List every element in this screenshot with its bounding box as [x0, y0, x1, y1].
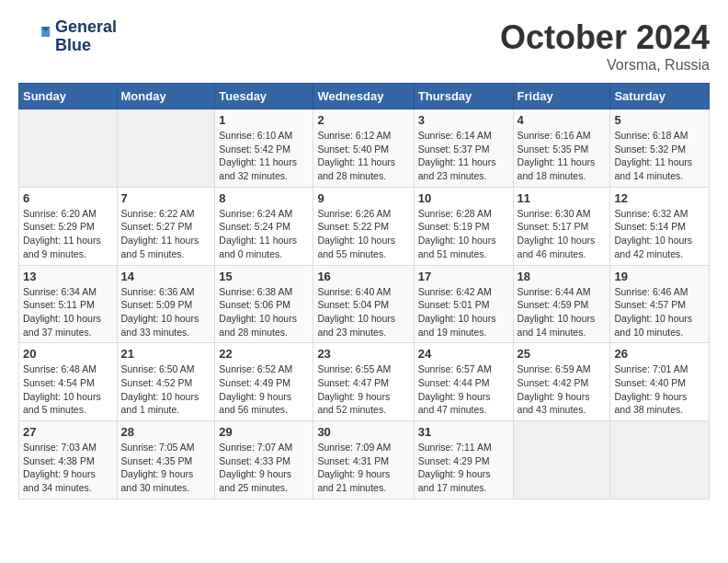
calendar-cell: 27Sunrise: 7:03 AM Sunset: 4:38 PM Dayli…	[19, 421, 118, 500]
calendar-week-row: 20Sunrise: 6:48 AM Sunset: 4:54 PM Dayli…	[19, 343, 710, 421]
day-info: Sunrise: 6:52 AM Sunset: 4:49 PM Dayligh…	[219, 362, 309, 417]
calendar-cell: 6Sunrise: 6:20 AM Sunset: 5:29 PM Daylig…	[19, 187, 118, 265]
day-info: Sunrise: 7:07 AM Sunset: 4:33 PM Dayligh…	[219, 441, 309, 495]
weekday-header: Thursday	[414, 84, 513, 109]
calendar-cell: 26Sunrise: 7:01 AM Sunset: 4:40 PM Dayli…	[610, 343, 710, 421]
calendar-cell	[19, 109, 118, 188]
day-info: Sunrise: 6:34 AM Sunset: 5:11 PM Dayligh…	[23, 285, 113, 339]
day-number: 2	[317, 113, 409, 127]
day-number: 31	[418, 425, 509, 439]
day-number: 22	[219, 347, 309, 361]
day-number: 1	[219, 113, 309, 127]
calendar-cell: 30Sunrise: 7:09 AM Sunset: 4:31 PM Dayli…	[313, 421, 414, 500]
calendar-cell: 19Sunrise: 6:46 AM Sunset: 4:57 PM Dayli…	[610, 265, 710, 343]
calendar-cell: 9Sunrise: 6:26 AM Sunset: 5:22 PM Daylig…	[313, 187, 414, 265]
day-info: Sunrise: 6:26 AM Sunset: 5:22 PM Dayligh…	[317, 207, 409, 261]
logo-line2: Blue	[55, 37, 117, 55]
calendar-cell: 5Sunrise: 6:18 AM Sunset: 5:32 PM Daylig…	[610, 109, 710, 188]
day-number: 11	[518, 191, 607, 205]
day-info: Sunrise: 7:05 AM Sunset: 4:35 PM Dayligh…	[121, 441, 211, 495]
day-number: 5	[614, 113, 705, 127]
calendar-cell: 2Sunrise: 6:12 AM Sunset: 5:40 PM Daylig…	[313, 109, 414, 188]
day-info: Sunrise: 6:44 AM Sunset: 4:59 PM Dayligh…	[518, 285, 607, 339]
calendar-cell: 1Sunrise: 6:10 AM Sunset: 5:42 PM Daylig…	[215, 109, 313, 188]
day-number: 30	[317, 425, 409, 439]
day-info: Sunrise: 7:09 AM Sunset: 4:31 PM Dayligh…	[317, 441, 409, 495]
day-number: 18	[518, 270, 607, 283]
day-info: Sunrise: 7:03 AM Sunset: 4:38 PM Dayligh…	[23, 441, 113, 495]
weekday-header: Saturday	[610, 84, 710, 109]
day-number: 10	[418, 191, 509, 205]
day-number: 6	[23, 191, 113, 205]
day-info: Sunrise: 6:57 AM Sunset: 4:44 PM Dayligh…	[418, 362, 509, 417]
calendar-table: SundayMondayTuesdayWednesdayThursdayFrid…	[18, 83, 710, 500]
logo-icon	[18, 20, 51, 53]
day-info: Sunrise: 6:50 AM Sunset: 4:52 PM Dayligh…	[121, 362, 211, 417]
calendar-cell: 13Sunrise: 6:34 AM Sunset: 5:11 PM Dayli…	[19, 265, 118, 343]
day-info: Sunrise: 6:42 AM Sunset: 5:01 PM Dayligh…	[418, 285, 509, 339]
day-number: 24	[418, 347, 509, 361]
weekday-header: Wednesday	[313, 84, 414, 109]
day-number: 8	[219, 191, 309, 205]
calendar-cell: 29Sunrise: 7:07 AM Sunset: 4:33 PM Dayli…	[215, 421, 313, 500]
day-number: 28	[121, 425, 211, 439]
calendar-cell: 10Sunrise: 6:28 AM Sunset: 5:19 PM Dayli…	[414, 187, 513, 265]
day-number: 20	[23, 347, 113, 361]
day-info: Sunrise: 6:46 AM Sunset: 4:57 PM Dayligh…	[614, 285, 705, 339]
day-info: Sunrise: 6:55 AM Sunset: 4:47 PM Dayligh…	[317, 362, 409, 417]
day-info: Sunrise: 6:40 AM Sunset: 5:04 PM Dayligh…	[317, 285, 409, 339]
calendar-cell: 17Sunrise: 6:42 AM Sunset: 5:01 PM Dayli…	[414, 265, 513, 343]
weekday-header: Friday	[513, 84, 610, 109]
day-info: Sunrise: 6:14 AM Sunset: 5:37 PM Dayligh…	[418, 129, 509, 183]
calendar-week-row: 13Sunrise: 6:34 AM Sunset: 5:11 PM Dayli…	[19, 265, 710, 343]
day-info: Sunrise: 6:18 AM Sunset: 5:32 PM Dayligh…	[614, 129, 705, 183]
day-number: 3	[418, 113, 509, 127]
calendar-cell: 14Sunrise: 6:36 AM Sunset: 5:09 PM Dayli…	[117, 265, 215, 343]
weekday-header-row: SundayMondayTuesdayWednesdayThursdayFrid…	[19, 84, 710, 109]
day-number: 9	[317, 191, 409, 205]
day-info: Sunrise: 7:11 AM Sunset: 4:29 PM Dayligh…	[418, 441, 509, 495]
calendar-cell: 16Sunrise: 6:40 AM Sunset: 5:04 PM Dayli…	[313, 265, 414, 343]
day-info: Sunrise: 6:16 AM Sunset: 5:35 PM Dayligh…	[518, 129, 607, 183]
day-info: Sunrise: 6:22 AM Sunset: 5:27 PM Dayligh…	[121, 207, 211, 261]
calendar-cell	[610, 421, 710, 500]
page-header: General Blue October 2024 Vorsma, Russia	[18, 18, 710, 74]
day-number: 29	[219, 425, 309, 439]
calendar-cell	[117, 109, 215, 188]
calendar-cell: 11Sunrise: 6:30 AM Sunset: 5:17 PM Dayli…	[513, 187, 610, 265]
day-info: Sunrise: 6:24 AM Sunset: 5:24 PM Dayligh…	[219, 207, 309, 261]
calendar-cell: 7Sunrise: 6:22 AM Sunset: 5:27 PM Daylig…	[117, 187, 215, 265]
day-number: 26	[614, 347, 705, 361]
day-info: Sunrise: 6:30 AM Sunset: 5:17 PM Dayligh…	[518, 207, 607, 261]
logo-line1: General	[55, 18, 117, 37]
calendar-cell: 15Sunrise: 6:38 AM Sunset: 5:06 PM Dayli…	[215, 265, 313, 343]
calendar-cell: 23Sunrise: 6:55 AM Sunset: 4:47 PM Dayli…	[313, 343, 414, 421]
day-number: 16	[317, 270, 409, 283]
day-info: Sunrise: 6:59 AM Sunset: 4:42 PM Dayligh…	[518, 362, 607, 417]
logo-text: General Blue	[55, 18, 117, 55]
day-number: 12	[614, 191, 705, 205]
weekday-header: Monday	[117, 84, 215, 109]
day-number: 23	[317, 347, 409, 361]
calendar-cell: 25Sunrise: 6:59 AM Sunset: 4:42 PM Dayli…	[513, 343, 610, 421]
day-info: Sunrise: 6:28 AM Sunset: 5:19 PM Dayligh…	[418, 207, 509, 261]
month-title: October 2024	[500, 18, 710, 57]
day-number: 19	[614, 270, 705, 283]
calendar-cell	[513, 421, 610, 500]
calendar-cell: 21Sunrise: 6:50 AM Sunset: 4:52 PM Dayli…	[117, 343, 215, 421]
day-number: 25	[518, 347, 607, 361]
day-info: Sunrise: 7:01 AM Sunset: 4:40 PM Dayligh…	[614, 362, 705, 417]
day-info: Sunrise: 6:48 AM Sunset: 4:54 PM Dayligh…	[23, 362, 113, 417]
logo: General Blue	[18, 18, 117, 55]
day-info: Sunrise: 6:38 AM Sunset: 5:06 PM Dayligh…	[219, 285, 309, 339]
day-number: 27	[23, 425, 113, 439]
calendar-cell: 18Sunrise: 6:44 AM Sunset: 4:59 PM Dayli…	[513, 265, 610, 343]
calendar-week-row: 6Sunrise: 6:20 AM Sunset: 5:29 PM Daylig…	[19, 187, 710, 265]
calendar-cell: 8Sunrise: 6:24 AM Sunset: 5:24 PM Daylig…	[215, 187, 313, 265]
day-info: Sunrise: 6:10 AM Sunset: 5:42 PM Dayligh…	[219, 129, 309, 183]
day-number: 13	[23, 270, 113, 283]
calendar-cell: 22Sunrise: 6:52 AM Sunset: 4:49 PM Dayli…	[215, 343, 313, 421]
day-info: Sunrise: 6:20 AM Sunset: 5:29 PM Dayligh…	[23, 207, 113, 261]
location-title: Vorsma, Russia	[500, 57, 710, 74]
calendar-cell: 4Sunrise: 6:16 AM Sunset: 5:35 PM Daylig…	[513, 109, 610, 188]
